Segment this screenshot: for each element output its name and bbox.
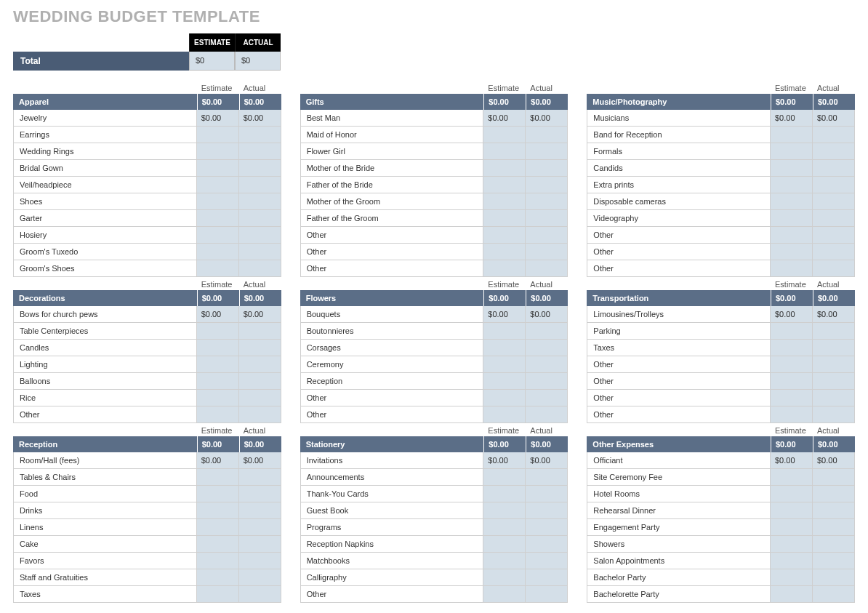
line-item-estimate[interactable] [483, 519, 525, 535]
line-item-actual[interactable] [812, 143, 854, 159]
line-item-estimate[interactable] [770, 502, 812, 518]
line-item-actual[interactable] [525, 390, 567, 406]
line-item-actual[interactable] [525, 569, 567, 585]
line-item-estimate[interactable] [483, 536, 525, 552]
line-item-actual[interactable] [525, 160, 567, 176]
line-item-estimate[interactable] [196, 373, 238, 389]
line-item-actual[interactable] [525, 143, 567, 159]
line-item-actual[interactable] [812, 569, 854, 585]
line-item-estimate[interactable] [483, 177, 525, 193]
category-estimate[interactable]: $0.00 [197, 290, 239, 306]
line-item-estimate[interactable] [483, 193, 525, 209]
line-item-actual[interactable]: $0.00 [812, 110, 854, 126]
line-item-actual[interactable] [238, 160, 281, 176]
category-actual[interactable]: $0.00 [239, 94, 281, 110]
category-estimate[interactable]: $0.00 [483, 436, 526, 452]
line-item-estimate[interactable] [483, 569, 525, 585]
line-item-actual[interactable] [525, 373, 567, 389]
category-estimate[interactable]: $0.00 [771, 290, 813, 306]
line-item-estimate[interactable] [770, 143, 812, 159]
line-item-actual[interactable] [525, 227, 567, 243]
line-item-estimate[interactable] [196, 210, 238, 226]
line-item-actual[interactable] [238, 486, 281, 502]
line-item-estimate[interactable] [770, 210, 812, 226]
line-item-actual[interactable] [525, 469, 567, 485]
line-item-actual[interactable] [525, 356, 567, 372]
line-item-estimate[interactable] [483, 340, 525, 356]
line-item-actual[interactable] [812, 340, 854, 356]
line-item-estimate[interactable] [770, 260, 812, 276]
line-item-estimate[interactable] [483, 323, 525, 339]
line-item-estimate[interactable] [770, 340, 812, 356]
line-item-actual[interactable] [238, 553, 281, 569]
line-item-actual[interactable] [812, 210, 854, 226]
line-item-estimate[interactable] [770, 536, 812, 552]
line-item-actual[interactable] [238, 536, 281, 552]
line-item-estimate[interactable]: $0.00 [483, 306, 525, 322]
line-item-estimate[interactable] [196, 406, 238, 422]
line-item-actual[interactable] [238, 469, 281, 485]
line-item-estimate[interactable] [770, 486, 812, 502]
line-item-estimate[interactable] [770, 469, 812, 485]
line-item-actual[interactable] [238, 127, 281, 143]
line-item-actual[interactable] [238, 210, 281, 226]
line-item-estimate[interactable] [483, 586, 525, 602]
line-item-estimate[interactable] [483, 502, 525, 518]
line-item-actual[interactable] [525, 586, 567, 602]
category-estimate[interactable]: $0.00 [197, 436, 239, 452]
line-item-actual[interactable] [238, 502, 281, 518]
line-item-actual[interactable]: $0.00 [525, 306, 567, 322]
line-item-estimate[interactable] [770, 193, 812, 209]
totals-estimate-value[interactable]: $0 [189, 52, 235, 71]
line-item-actual[interactable] [238, 244, 281, 260]
line-item-estimate[interactable] [770, 244, 812, 260]
line-item-estimate[interactable] [196, 244, 238, 260]
line-item-actual[interactable] [812, 227, 854, 243]
line-item-actual[interactable] [238, 323, 281, 339]
line-item-actual[interactable]: $0.00 [812, 452, 854, 468]
line-item-estimate[interactable] [770, 569, 812, 585]
line-item-estimate[interactable] [483, 356, 525, 372]
line-item-estimate[interactable] [483, 160, 525, 176]
line-item-estimate[interactable] [196, 340, 238, 356]
line-item-actual[interactable] [525, 502, 567, 518]
line-item-actual[interactable] [812, 356, 854, 372]
category-actual[interactable]: $0.00 [526, 94, 568, 110]
line-item-actual[interactable] [812, 160, 854, 176]
line-item-estimate[interactable] [483, 143, 525, 159]
category-estimate[interactable]: $0.00 [771, 94, 813, 110]
line-item-actual[interactable] [238, 373, 281, 389]
category-actual[interactable]: $0.00 [239, 290, 281, 306]
line-item-estimate[interactable] [483, 244, 525, 260]
line-item-estimate[interactable] [483, 227, 525, 243]
line-item-actual[interactable] [238, 356, 281, 372]
line-item-estimate[interactable]: $0.00 [483, 452, 525, 468]
line-item-actual[interactable] [812, 127, 854, 143]
category-actual[interactable]: $0.00 [813, 436, 855, 452]
line-item-actual[interactable] [238, 406, 281, 422]
totals-actual-value[interactable]: $0 [235, 52, 281, 71]
line-item-actual[interactable] [525, 193, 567, 209]
line-item-estimate[interactable] [770, 356, 812, 372]
line-item-actual[interactable] [238, 390, 281, 406]
line-item-estimate[interactable] [196, 586, 238, 602]
line-item-estimate[interactable] [483, 553, 525, 569]
category-actual[interactable]: $0.00 [239, 436, 281, 452]
line-item-estimate[interactable] [196, 553, 238, 569]
line-item-actual[interactable] [238, 177, 281, 193]
line-item-estimate[interactable] [483, 373, 525, 389]
line-item-estimate[interactable] [770, 390, 812, 406]
category-actual[interactable]: $0.00 [813, 94, 855, 110]
line-item-estimate[interactable] [196, 469, 238, 485]
line-item-estimate[interactable] [483, 210, 525, 226]
line-item-actual[interactable] [525, 260, 567, 276]
line-item-actual[interactable] [238, 519, 281, 535]
line-item-estimate[interactable] [483, 127, 525, 143]
line-item-actual[interactable]: $0.00 [238, 110, 281, 126]
line-item-actual[interactable] [812, 553, 854, 569]
line-item-actual[interactable] [525, 127, 567, 143]
line-item-estimate[interactable] [196, 536, 238, 552]
line-item-estimate[interactable] [770, 160, 812, 176]
line-item-estimate[interactable] [196, 502, 238, 518]
line-item-estimate[interactable] [770, 519, 812, 535]
